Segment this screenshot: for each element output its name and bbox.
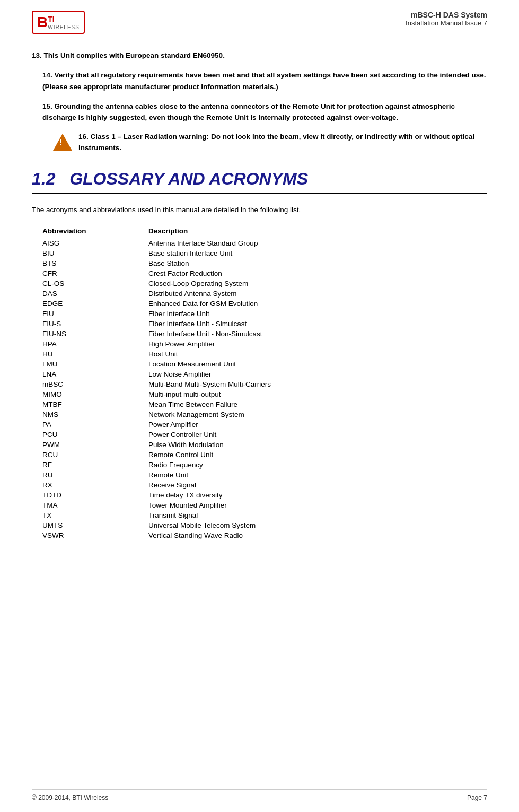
description-cell: Location Measurement Unit [148, 359, 498, 369]
abbrev-cell: FIU [42, 309, 148, 319]
item-13: 13. This Unit complies with European sta… [32, 50, 487, 61]
page-footer: © 2009-2014, BTI Wireless Page 7 [32, 789, 487, 801]
abbrev-cell: MTBF [42, 399, 148, 409]
description-cell: Radio Frequency [148, 460, 498, 470]
abbrev-cell: VSWR [42, 530, 148, 540]
abbrev-cell: RF [42, 460, 148, 470]
table-row: FIU-SFiber Interface Unit - Simulcast [42, 319, 498, 329]
item-15-number: 15. [42, 102, 52, 110]
logo-area: B TI WIRELESS [32, 11, 90, 34]
table-row: RCURemote Control Unit [42, 450, 498, 460]
warning-item-16: 16. Class 1 – Laser Radiation warning: D… [53, 132, 487, 153]
header-title: mBSC-H DAS System Installation Manual Is… [406, 11, 487, 27]
table-row: NMSNetwork Management System [42, 409, 498, 420]
item-13-number: 13. [32, 51, 42, 59]
table-row: mBSCMulti-Band Multi-System Multi-Carrie… [42, 379, 498, 389]
description-cell: Time delay TX diversity [148, 490, 498, 500]
abbrev-cell: LMU [42, 359, 148, 369]
logo-wireless-text: WIRELESS [48, 24, 80, 30]
description-cell: Multi-input multi-output [148, 389, 498, 399]
warning-number: 16. [78, 133, 89, 141]
table-row: RFRadio Frequency [42, 460, 498, 470]
description-cell: Fiber Interface Unit [148, 309, 498, 319]
header-title-line2: Installation Manual Issue 7 [406, 19, 487, 27]
description-cell: Power Controller Unit [148, 430, 498, 440]
table-row: TMATower Mounted Amplifier [42, 500, 498, 510]
warning-triangle-icon [53, 132, 72, 152]
table-row: PWMPulse Width Modulation [42, 440, 498, 450]
table-row: HUHost Unit [42, 349, 498, 359]
logo-box: B TI WIRELESS [32, 11, 85, 34]
table-row: VSWRVertical Standing Wave Radio [42, 530, 498, 540]
table-row: MIMOMulti-input multi-output [42, 389, 498, 399]
abbrev-cell: MIMO [42, 389, 148, 399]
table-row: EDGEEnhanced Data for GSM Evolution [42, 299, 498, 309]
abbrev-cell: TX [42, 510, 148, 520]
abbrev-cell: PA [42, 420, 148, 430]
abbrev-cell: TDTD [42, 490, 148, 500]
logo-ti-text: TI [48, 15, 54, 23]
abbrev-cell: FIU-S [42, 319, 148, 329]
abbrev-cell: PCU [42, 430, 148, 440]
description-cell: High Power Amplifier [148, 339, 498, 349]
description-cell: Mean Time Between Failure [148, 399, 498, 409]
description-cell: Base station Interface Unit [148, 248, 498, 258]
item-14-text: 14. Verify that all regulatory requireme… [42, 71, 486, 90]
header-title-line1: mBSC-H DAS System [406, 11, 487, 19]
table-row: CFRCrest Factor Reduction [42, 268, 498, 278]
intro-paragraph: The acronyms and abbreviations used in t… [32, 205, 487, 215]
description-cell: Receive Signal [148, 480, 498, 490]
warning-text-block: 16. Class 1 – Laser Radiation warning: D… [78, 132, 487, 153]
item-15-text: 15. Grounding the antenna cables close t… [42, 102, 455, 121]
description-cell: Enhanced Data for GSM Evolution [148, 299, 498, 309]
abbrev-cell: RCU [42, 450, 148, 460]
abbrev-cell: PWM [42, 440, 148, 450]
table-row: MTBFMean Time Between Failure [42, 399, 498, 409]
abbrev-cell: RX [42, 480, 148, 490]
table-row: LMULocation Measurement Unit [42, 359, 498, 369]
acronym-table: Abbreviation Description AISGAntenna Int… [42, 226, 498, 540]
description-cell: Vertical Standing Wave Radio [148, 530, 498, 540]
description-cell: Fiber Interface Unit - Non-Simulcast [148, 329, 498, 339]
main-content: 13. This Unit complies with European sta… [32, 50, 487, 540]
item-14-body: Verify that all regulatory requirements … [42, 71, 486, 90]
table-row: FIUFiber Interface Unit [42, 309, 498, 319]
table-row: RURemote Unit [42, 470, 498, 480]
section-number: 1.2 [32, 169, 55, 188]
logo-b-letter: B [37, 14, 48, 31]
abbrev-cell: mBSC [42, 379, 148, 389]
table-row: BTSBase Station [42, 258, 498, 268]
abbrev-cell: LNA [42, 369, 148, 379]
abbrev-cell: BTS [42, 258, 148, 268]
warning-label: Class 1 – Laser Radiation warning: [91, 133, 209, 141]
description-cell: Remote Unit [148, 470, 498, 480]
table-row: LNALow Noise Amplifier [42, 369, 498, 379]
footer-page: Page 7 [467, 794, 487, 801]
description-cell: Remote Control Unit [148, 450, 498, 460]
abbrev-cell: TMA [42, 500, 148, 510]
abbrev-cell: HPA [42, 339, 148, 349]
table-row: BIUBase station Interface Unit [42, 248, 498, 258]
table-row: UMTSUniversal Mobile Telecom System [42, 520, 498, 530]
section-title: GLOSSARY AND ACRONYMS [69, 169, 308, 188]
item-14: 14. Verify that all regulatory requireme… [32, 69, 487, 92]
description-cell: Multi-Band Multi-System Multi-Carriers [148, 379, 498, 389]
item-15: 15. Grounding the antenna cables close t… [32, 101, 487, 124]
section-heading: 1.2 GLOSSARY AND ACRONYMS [32, 169, 487, 194]
description-cell: Antenna Interface Standard Group [148, 238, 498, 248]
col2-header: Description [148, 226, 498, 238]
abbrev-cell: BIU [42, 248, 148, 258]
abbrev-cell: RU [42, 470, 148, 480]
table-row: TDTDTime delay TX diversity [42, 490, 498, 500]
table-row: PAPower Amplifier [42, 420, 498, 430]
abbrev-cell: AISG [42, 238, 148, 248]
item-14-number: 14. [42, 71, 52, 79]
abbrev-cell: UMTS [42, 520, 148, 530]
abbrev-cell: NMS [42, 409, 148, 420]
abbrev-cell: HU [42, 349, 148, 359]
abbrev-cell: CL-OS [42, 278, 148, 289]
description-cell: Low Noise Amplifier [148, 369, 498, 379]
table-row: PCUPower Controller Unit [42, 430, 498, 440]
description-cell: Fiber Interface Unit - Simulcast [148, 319, 498, 329]
description-cell: Network Management System [148, 409, 498, 420]
